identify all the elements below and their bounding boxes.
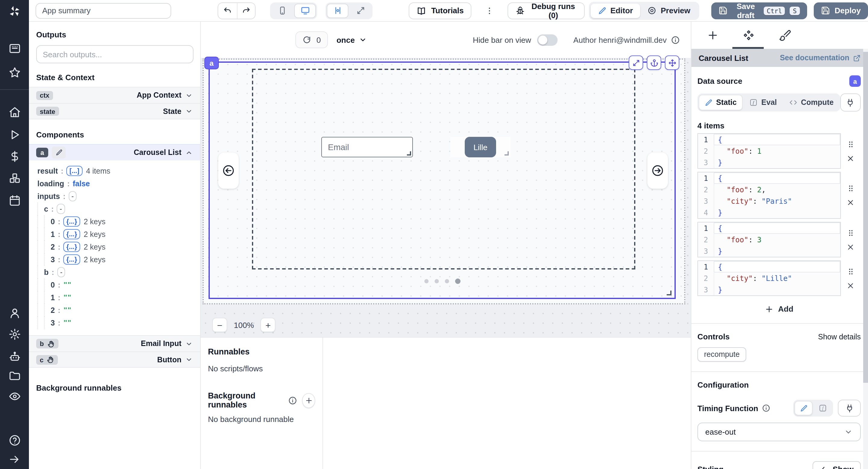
- component-a-row[interactable]: a Carousel List: [29, 144, 200, 160]
- info-icon[interactable]: [762, 404, 770, 412]
- component-b-row[interactable]: b Email Input: [29, 335, 200, 351]
- delete-item-icon[interactable]: [846, 243, 855, 251]
- timing-eval-function-icon[interactable]: f: [814, 401, 832, 415]
- redo-button[interactable]: [237, 3, 255, 19]
- tree-row[interactable]: 3:"": [29, 316, 200, 329]
- tree-row[interactable]: 2:"": [29, 304, 200, 316]
- connect-plug-icon[interactable]: [838, 400, 861, 416]
- carousel-inner-container[interactable]: [252, 69, 635, 270]
- rename-pencil-icon[interactable]: [52, 147, 66, 159]
- undo-button[interactable]: [218, 3, 237, 19]
- tree-row[interactable]: 0:"": [29, 279, 200, 291]
- settings-gear-icon[interactable]: [8, 328, 21, 341]
- schedules-icon[interactable]: [8, 194, 21, 207]
- workers-robot-icon[interactable]: [8, 350, 21, 363]
- center-layout-button[interactable]: [327, 3, 349, 18]
- zoom-in-button[interactable]: +: [261, 318, 276, 332]
- item-json-editor[interactable]: 1{2 "foo": 2,3 "city": "Paris"4}: [698, 172, 841, 219]
- save-draft-button[interactable]: Save draft Ctrl S: [712, 2, 807, 19]
- delete-item-icon[interactable]: [846, 154, 855, 162]
- show-details-link[interactable]: Show details: [818, 333, 861, 341]
- drag-handle-icon[interactable]: [846, 267, 855, 276]
- search-outputs-input[interactable]: [36, 45, 193, 63]
- carousel-dot[interactable]: [455, 279, 460, 284]
- source-static-tab[interactable]: Static: [699, 95, 743, 110]
- source-eval-tab[interactable]: f Eval: [744, 95, 782, 110]
- item-json-editor[interactable]: 1{2 "city": "Lille"3}: [698, 260, 841, 296]
- tree-row[interactable]: 1:"": [29, 291, 200, 304]
- zoom-out-button[interactable]: −: [212, 318, 227, 332]
- carousel-pagination-dots[interactable]: [210, 279, 675, 284]
- tree-row[interactable]: inputs:-: [29, 190, 200, 202]
- carousel-prev-button[interactable]: [218, 153, 239, 189]
- preview-tab[interactable]: Preview: [640, 3, 698, 18]
- expand-component-icon[interactable]: [629, 56, 643, 70]
- component-settings-tab-icon[interactable]: [743, 29, 755, 41]
- styling-show-button[interactable]: Show: [813, 461, 861, 469]
- tutorials-button[interactable]: Tutorials: [409, 2, 472, 19]
- app-summary-input[interactable]: [36, 3, 171, 19]
- scrollbar-thumb[interactable]: [863, 52, 868, 383]
- fullwidth-layout-button[interactable]: [350, 3, 372, 18]
- timing-static-pencil-icon[interactable]: [795, 401, 812, 415]
- recompute-button[interactable]: recompute: [698, 347, 746, 362]
- add-item-button[interactable]: Add: [698, 305, 861, 313]
- component-c-row[interactable]: c Button: [29, 351, 200, 368]
- tree-row[interactable]: 1:{...}2 keys: [29, 228, 200, 241]
- resize-handle[interactable]: [504, 151, 509, 156]
- state-row[interactable]: state State: [29, 103, 200, 119]
- source-compute-tab[interactable]: Compute: [784, 95, 839, 110]
- editor-tab[interactable]: Editor: [590, 3, 640, 18]
- tree-row[interactable]: 2:{...}2 keys: [29, 241, 200, 253]
- right-panel-scrollbar[interactable]: [863, 49, 868, 469]
- variables-icon[interactable]: [8, 150, 21, 163]
- user-icon[interactable]: [8, 307, 21, 319]
- drag-handle-icon[interactable]: [846, 184, 855, 193]
- deploy-button[interactable]: Deploy: [813, 2, 868, 19]
- runs-icon[interactable]: [8, 128, 21, 141]
- lille-button-component[interactable]: Lille: [465, 137, 496, 157]
- mobile-view-button[interactable]: [272, 3, 293, 18]
- schedule-dropdown[interactable]: once: [336, 35, 367, 44]
- tree-row[interactable]: result:[...]4 items: [29, 164, 200, 177]
- more-menu-kebab-icon[interactable]: [485, 6, 495, 15]
- tree-row[interactable]: 0:{...}2 keys: [29, 215, 200, 228]
- ctx-row[interactable]: ctx App Context: [29, 87, 200, 103]
- connect-plug-icon[interactable]: [840, 93, 861, 112]
- refresh-count-button[interactable]: 0: [296, 31, 328, 48]
- delete-item-icon[interactable]: [846, 198, 855, 207]
- resources-icon[interactable]: [8, 172, 21, 184]
- move-icon[interactable]: [665, 56, 679, 70]
- add-background-runnable-button[interactable]: [302, 393, 315, 408]
- timing-function-select[interactable]: ease-out: [698, 423, 861, 441]
- component-resize-handle[interactable]: [667, 290, 672, 295]
- resize-handle[interactable]: [407, 151, 411, 156]
- debug-runs-button[interactable]: Debug runs (0): [508, 2, 585, 19]
- folders-icon[interactable]: [8, 370, 21, 382]
- insert-component-plus-icon[interactable]: [707, 30, 718, 41]
- anchor-icon[interactable]: [647, 56, 661, 70]
- styling-brush-tab-icon[interactable]: [779, 29, 791, 41]
- home-icon[interactable]: [8, 106, 21, 119]
- tree-row[interactable]: b:-: [29, 266, 200, 279]
- apps-icon[interactable]: [8, 42, 21, 55]
- help-icon[interactable]: [8, 434, 21, 447]
- info-icon[interactable]: [671, 35, 680, 44]
- carousel-dot[interactable]: [434, 279, 438, 283]
- carousel-dot[interactable]: [424, 279, 428, 283]
- expand-sidebar-arrow-icon[interactable]: [8, 453, 21, 465]
- email-input-component[interactable]: [321, 137, 413, 157]
- canvas-board[interactable]: a Lille: [201, 58, 691, 337]
- see-documentation-link[interactable]: See documentation: [780, 54, 861, 62]
- desktop-view-button[interactable]: [294, 3, 316, 18]
- item-json-editor[interactable]: 1{2 "foo": 33}: [698, 222, 841, 257]
- tree-row[interactable]: c:-: [29, 202, 200, 215]
- favorites-star-icon[interactable]: [8, 66, 21, 79]
- tree-row[interactable]: loading:false: [29, 177, 200, 190]
- carousel-dot[interactable]: [444, 279, 449, 283]
- info-icon[interactable]: [288, 396, 298, 405]
- carousel-next-button[interactable]: [647, 153, 668, 189]
- tree-row[interactable]: 3:{...}2 keys: [29, 253, 200, 266]
- delete-item-icon[interactable]: [846, 281, 855, 290]
- drag-handle-icon[interactable]: [846, 228, 855, 237]
